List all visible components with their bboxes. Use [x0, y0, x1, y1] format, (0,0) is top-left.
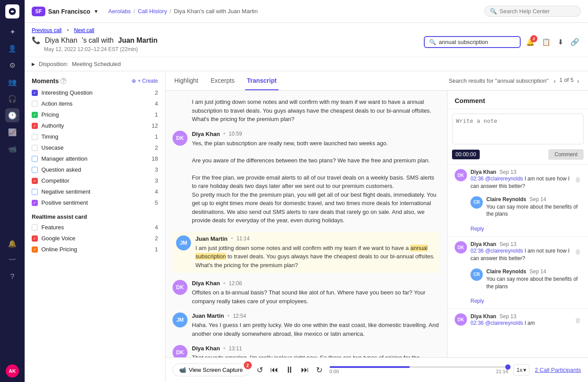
nav-sparkle-icon[interactable]: ✦	[5, 25, 19, 39]
moment-positive-sentiment[interactable]: ✓ Positive sentiment 5	[25, 197, 165, 208]
moment-label: Interesting Question	[41, 89, 146, 96]
help-center-search[interactable]: 🔍	[484, 6, 581, 17]
nav-chart-icon[interactable]: 📈	[5, 125, 19, 139]
comment-meta: Claire Reynolds Sep 14 You can say more …	[486, 268, 581, 290]
reply-button[interactable]: Reply	[470, 226, 484, 232]
commenter-name: Claire Reynolds	[486, 268, 526, 275]
list-item: CR Claire Reynolds Sep 14 You can say mo…	[470, 196, 581, 218]
comment-textarea[interactable]	[452, 114, 584, 144]
realtime-online-pricing[interactable]: ✓ Online Pricing 1	[25, 244, 165, 255]
comment-time-link[interactable]: 02:36	[470, 248, 484, 254]
comment-delete-button[interactable]: 🗑	[575, 241, 581, 262]
nav-wave-icon[interactable]: 〰	[5, 253, 19, 267]
comment-date: Sep 13	[500, 169, 516, 175]
comment-meta: Diya Khan Sep 13 02:36 @clairereynolds I…	[470, 313, 571, 327]
nav-user-avatar[interactable]: AK	[6, 364, 19, 378]
notifications-button[interactable]: 🔔 2	[524, 36, 537, 48]
moment-label: Usecase	[41, 144, 146, 151]
nav-bell-icon[interactable]: 🔔	[5, 236, 19, 250]
comment-mention-link[interactable]: @clairereynolds	[485, 176, 523, 182]
download-button[interactable]: ⬇	[556, 36, 565, 48]
playback-speed-button[interactable]: 1x ▾	[513, 364, 529, 375]
moment-pricing[interactable]: ✓ Pricing 1	[25, 109, 165, 120]
comment-delete-button[interactable]: 🗑	[575, 169, 581, 190]
progress-fill	[330, 366, 410, 368]
tab-transcript[interactable]: Transcript	[245, 71, 279, 90]
next-result-button[interactable]: ›	[575, 77, 581, 85]
moment-authority[interactable]: ✓ Authority 12	[25, 120, 165, 131]
moment-interesting-question[interactable]: ✓ Interesting Question 2	[25, 87, 165, 98]
transcript-area: I am just jotting down some notes and wi…	[165, 91, 447, 357]
moment-negative-sentiment[interactable]: Negative sentiment 4	[25, 186, 165, 197]
nav-question-icon[interactable]: ?	[5, 270, 19, 284]
moment-label: Online Pricing	[41, 246, 146, 253]
prev-call-link[interactable]: Previous call	[32, 27, 62, 33]
create-moment-button[interactable]: ⊕ + Create	[132, 78, 158, 84]
transcript-search-input[interactable]	[439, 39, 515, 45]
call-participants-button[interactable]: 2 Call Participants	[535, 367, 581, 373]
prev-next-nav: Previous call • Next call	[32, 27, 581, 33]
next-call-link[interactable]: Next call	[74, 27, 94, 33]
moment-checkbox: ✓	[32, 200, 38, 206]
moment-competitor[interactable]: ✓ Competitor 3	[25, 175, 165, 186]
comment-avatar: DK	[455, 241, 467, 253]
view-screen-capture-button[interactable]: 📹 View Screen Capture 2	[173, 364, 250, 376]
moment-checkbox	[32, 224, 38, 231]
realtime-features[interactable]: Features 4	[25, 222, 165, 233]
comment-mention-link[interactable]: @clairereynolds	[485, 248, 523, 254]
nav-video-icon[interactable]: 📹	[5, 142, 19, 156]
list-item: DK Diya Khan Sep 13 02:36 @clairereynold…	[455, 169, 581, 190]
prev-result-button[interactable]: ‹	[552, 77, 558, 85]
moment-question-asked[interactable]: Question asked 3	[25, 164, 165, 175]
forward-15-button[interactable]: ↻	[314, 364, 324, 377]
disposition-label: Disposition:	[39, 61, 68, 67]
breadcrumb-current: Diya Khan's call with Juan Martin	[174, 8, 257, 15]
commenter-name: Diya Khan	[470, 169, 496, 175]
skip-to-end-button[interactable]: ⏭	[299, 364, 311, 376]
comment-actions: 00:00:00 Comment	[452, 149, 584, 160]
moment-action-items[interactable]: Action items 4	[25, 98, 165, 109]
search-result-navigation: ‹ 1 of 5 ›	[552, 77, 581, 85]
nav-people-icon[interactable]: 👥	[5, 75, 19, 89]
moment-manager-attention[interactable]: Manager attention 18	[25, 153, 165, 164]
reply-button[interactable]: Reply	[470, 298, 484, 304]
message-time: 10:59	[229, 131, 242, 137]
play-pause-button[interactable]: ⏸	[283, 363, 296, 377]
avatar: DK	[173, 131, 187, 146]
comment-mention-link[interactable]: @clairereynolds	[485, 320, 523, 326]
nav-headset-icon[interactable]: 🎧	[5, 92, 19, 106]
tab-highlight[interactable]: Highlight	[173, 71, 200, 90]
moment-checkbox	[32, 101, 38, 107]
workspace-selector[interactable]: SF San Francisco ▾	[32, 7, 98, 16]
transcript-search[interactable]: 🔍	[424, 36, 521, 48]
breadcrumb-call-history[interactable]: Call History	[138, 8, 167, 15]
moment-checkbox	[32, 134, 38, 140]
nav-gear-icon[interactable]: ⚙	[5, 58, 19, 72]
add-note-button[interactable]: 📋	[540, 36, 552, 48]
comment-thread: DK Diya Khan Sep 13 02:36 @clairereynold…	[448, 309, 588, 338]
breadcrumb-aerolabs[interactable]: Aerolabs	[108, 8, 131, 15]
nav-history-icon[interactable]: 🕐	[5, 108, 19, 122]
reply-thread: CR Claire Reynolds Sep 14 You can say mo…	[470, 268, 581, 305]
comment-delete-button[interactable]: 🗑	[575, 313, 581, 327]
comment-submit-button[interactable]: Comment	[548, 149, 584, 160]
comment-time-link[interactable]: 02:36	[470, 176, 484, 182]
progress-bar[interactable]	[330, 366, 508, 368]
moment-timing[interactable]: Timing 1	[25, 131, 165, 142]
moment-usecase[interactable]: Usecase 2	[25, 142, 165, 153]
moment-count: 4	[149, 100, 158, 107]
tab-excerpts[interactable]: Excerpts	[209, 71, 236, 90]
skip-to-start-button[interactable]: ⏮	[268, 364, 280, 376]
search-results-label: Search results for "annual subscription"	[448, 77, 548, 84]
speed-value: 1x	[516, 367, 522, 373]
comment-time-link[interactable]: 02:36	[470, 320, 484, 326]
realtime-google-voice[interactable]: ✓ Google Voice 2	[25, 233, 165, 244]
video-icon: 📹	[179, 367, 186, 373]
help-center-search-input[interactable]	[500, 8, 575, 15]
moment-checkbox: ✓	[32, 235, 38, 242]
commenter-name: Claire Reynolds	[486, 196, 526, 202]
share-button[interactable]: 🔗	[569, 36, 581, 48]
comment-meta: Claire Reynolds Sep 14 You can say more …	[486, 196, 581, 218]
nav-person-icon[interactable]: 👤	[5, 41, 19, 55]
rewind-15-button[interactable]: ↺	[255, 364, 265, 377]
